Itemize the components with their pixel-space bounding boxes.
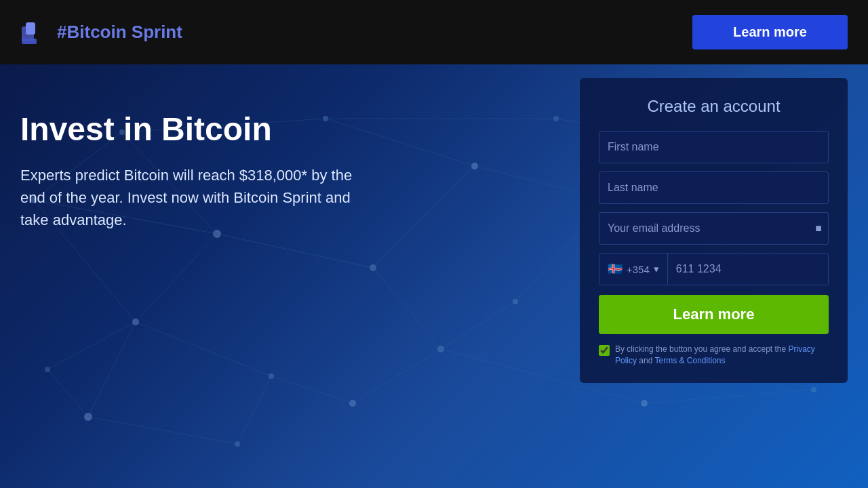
svg-line-51 [136, 234, 217, 322]
svg-line-45 [88, 417, 237, 444]
phone-separator: ▾ [654, 263, 659, 275]
terms-checkbox[interactable] [599, 345, 610, 356]
logo-area: #Bitcoin Sprint [20, 18, 182, 47]
svg-rect-1 [26, 22, 35, 35]
svg-line-27 [217, 234, 373, 268]
svg-rect-2 [22, 39, 37, 44]
phone-wrapper: 🇮🇸 +354 ▾ [599, 253, 829, 285]
svg-line-30 [373, 166, 475, 268]
email-input[interactable] [599, 212, 829, 245]
flag-icon: 🇮🇸 [608, 262, 623, 277]
svg-line-49 [47, 369, 88, 417]
navbar: #Bitcoin Sprint Learn more [0, 0, 868, 64]
hero-title: Invest in Bitcoin [20, 112, 373, 148]
svg-line-42 [88, 322, 136, 417]
form-title: Create an account [599, 97, 829, 116]
logo-text: #Bitcoin Sprint [57, 22, 182, 43]
terms-row: By clicking the button you agree and acc… [599, 344, 829, 367]
svg-line-38 [441, 302, 515, 349]
hero-content: Invest in Bitcoin Experts predict Bitcoi… [20, 92, 373, 231]
registration-form-card: Create an account ■ 🇮🇸 +354 ▾ Learn more… [580, 78, 848, 383]
email-icon: ■ [815, 222, 822, 235]
first-name-input[interactable] [599, 131, 829, 163]
phone-country-code: +354 [627, 264, 650, 275]
hero-subtitle: Experts predict Bitcoin will reach $318,… [20, 164, 373, 231]
bitcoin-sprint-logo-icon [20, 18, 49, 47]
svg-line-48 [644, 390, 814, 403]
hero-section: Invest in Bitcoin Experts predict Bitcoi… [0, 64, 868, 488]
learn-more-nav-button[interactable]: Learn more [692, 15, 848, 49]
svg-line-31 [373, 268, 441, 349]
terms-text: By clicking the button you agree and acc… [615, 344, 829, 367]
svg-line-40 [136, 322, 271, 376]
phone-prefix: 🇮🇸 +354 ▾ [599, 253, 668, 285]
svg-line-43 [271, 376, 353, 403]
phone-number-input[interactable] [668, 253, 828, 285]
svg-line-50 [47, 322, 136, 369]
last-name-input[interactable] [599, 171, 829, 204]
svg-line-46 [353, 349, 441, 403]
submit-button[interactable]: Learn more [599, 295, 829, 334]
terms-conditions-link[interactable]: Terms & Conditions [655, 356, 726, 365]
svg-line-44 [237, 376, 271, 444]
email-wrapper: ■ [599, 212, 829, 245]
